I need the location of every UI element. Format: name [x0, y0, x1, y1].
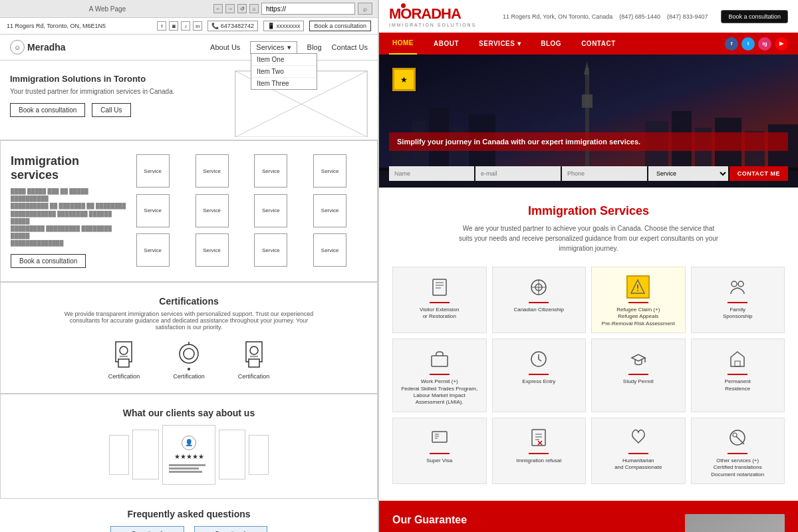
service-card-express[interactable]: Express Entry: [492, 338, 587, 412]
facebook-icon[interactable]: f: [157, 21, 166, 31]
other-icon: [726, 426, 749, 450]
faq-title: Frequently asked questions: [10, 509, 368, 519]
services-desc: ████ █████ ███ ██ █████ ██████████ █████…: [11, 188, 126, 247]
express-label: Express Entry: [522, 378, 555, 385]
tiktok-icon[interactable]: ♪: [181, 21, 190, 31]
faq-grid: Question 1 Question 1: [10, 526, 368, 533]
guarantee-section: Our Guarantee Moradha Services has been …: [379, 501, 798, 532]
search-icon[interactable]: ⌕: [358, 3, 372, 15]
actual-logo: MORADHA IMMIGRATION SOLUTIONS: [389, 5, 476, 27]
work-icon: [428, 347, 451, 370]
hero-contact-form: Service CONTACT ME: [389, 166, 788, 181]
instagram-nav-icon[interactable]: ig: [758, 37, 771, 51]
testimonial-center: 👤 ★★★★★: [162, 425, 215, 485]
instagram-icon[interactable]: ◙: [169, 21, 178, 31]
service-card-visitor[interactable]: Visitor Extensionor Restoration: [392, 267, 487, 333]
services-consult-btn[interactable]: Book a consultation: [11, 254, 86, 268]
book-consultation-btn[interactable]: Book a consultation: [10, 103, 85, 117]
consult-button[interactable]: Book a consultation: [309, 21, 371, 31]
actual-consult-btn[interactable]: Book a consultation: [721, 10, 788, 23]
service-select[interactable]: Service: [648, 166, 728, 181]
services-title: Immigration services: [11, 154, 126, 182]
service-card-citizenship[interactable]: Canadian Citizenship: [492, 267, 587, 333]
nav-about[interactable]: ABOUT: [430, 33, 462, 54]
service-card-super[interactable]: Super Visa: [392, 418, 487, 484]
home-btn[interactable]: ⌂: [249, 4, 259, 13]
review-text-lines: [169, 463, 209, 474]
testimonial-page-right2: [219, 430, 245, 479]
actual-services-section: Immigration Services We are your trusted…: [379, 188, 798, 501]
dropdown-item-1[interactable]: Item One: [251, 54, 317, 66]
facebook-nav-icon[interactable]: f: [725, 37, 738, 51]
testimonial-page-left: [109, 435, 129, 475]
youtube-nav-icon[interactable]: ▶: [775, 37, 788, 51]
refusal-label: Immigration refusal: [516, 458, 561, 464]
other-label: Other services (+)Certified translations…: [711, 458, 764, 478]
testimonial-page-left2: [132, 430, 159, 479]
phone-number: 📞 6473482742: [207, 21, 258, 31]
browser-controls: ← → ↺ ⌂ ⌕: [213, 3, 372, 15]
svg-rect-48: [735, 361, 740, 366]
nav-contact[interactable]: Contact Us: [332, 43, 368, 51]
nav-social-icons: f t ig ▶: [725, 37, 788, 51]
svg-line-61: [736, 436, 744, 444]
nav-blog[interactable]: BLOG: [537, 33, 565, 54]
work-label: Work Permit (+)Federal Skilled Trades Pr…: [401, 378, 477, 406]
service-card-permanent[interactable]: PermanentResidence: [691, 338, 785, 412]
refugee-icon: [626, 275, 650, 299]
svg-rect-4: [118, 359, 129, 367]
citizenship-label: Canadian Citizenship: [513, 307, 564, 313]
svg-point-43: [732, 281, 737, 287]
refusal-icon: [527, 426, 551, 450]
certs-icons: Certification Certification Cert: [11, 340, 367, 380]
logo-subtitle: IMMIGRATION SOLUTIONS: [389, 23, 476, 27]
dropdown-item-2[interactable]: Item Two: [251, 66, 317, 78]
url-bar[interactable]: [261, 3, 355, 15]
whatsapp-number: 📱 xxxxxxxx: [263, 21, 305, 31]
service-card-family[interactable]: FamilySponsorship: [691, 267, 785, 333]
contact-me-btn[interactable]: CONTACT ME: [730, 166, 788, 181]
service-card-refugee[interactable]: Refugee Claim (+)Refugee AppealsPre-Remo…: [591, 267, 686, 333]
email-input[interactable]: [475, 166, 561, 181]
nav-about[interactable]: About Us: [210, 43, 240, 51]
svg-rect-23: [582, 94, 593, 108]
nav-home[interactable]: HOME: [389, 33, 417, 55]
linkedin-icon[interactable]: in: [193, 21, 202, 31]
service-card-study[interactable]: Study Permit: [591, 338, 686, 412]
nav-services[interactable]: SERVICES ▾: [475, 33, 524, 54]
faq-section: Frequently asked questions Question 1 Qu…: [0, 499, 378, 533]
service-bar: [430, 374, 450, 375]
service-card-humanitarian[interactable]: Humanitarianand Compassionate: [591, 418, 686, 484]
actual-services-desc: We are your trusted partner to achieve y…: [456, 223, 722, 253]
nav-blog[interactable]: Blog: [307, 43, 322, 51]
service-card-other[interactable]: Other services (+)Certified translations…: [691, 418, 785, 484]
nav-links: About Us Services ▾ Item One Item Two It…: [210, 41, 368, 54]
services-grid: Service Service Service Service Service …: [136, 154, 367, 268]
nav-contact[interactable]: CONTACT: [578, 33, 619, 54]
service-bar: [529, 302, 549, 303]
service-bar: [430, 302, 450, 303]
logo-name: MORADHA: [389, 5, 476, 23]
service-card-work[interactable]: Work Permit (+)Federal Skilled Trades Pr…: [392, 338, 487, 412]
nav-services-dropdown[interactable]: Services ▾ Item One Item Two Item Three: [250, 41, 297, 54]
reload-btn[interactable]: ↺: [237, 4, 247, 13]
svg-point-10: [188, 368, 190, 370]
faq-item-2[interactable]: Question 1: [194, 526, 267, 533]
services-left: Immigration services ████ █████ ███ ██ █…: [11, 154, 126, 268]
cert-2: Certification: [173, 340, 205, 380]
service-card-refusal[interactable]: Immigration refusal: [492, 418, 587, 484]
faq-item-1[interactable]: Question 1: [110, 526, 184, 533]
forward-btn[interactable]: →: [225, 4, 235, 13]
hero-tagline: Simplify your journey in Canada with our…: [389, 132, 788, 151]
dropdown-item-3[interactable]: Item Three: [251, 78, 317, 89]
back-btn[interactable]: ←: [213, 4, 223, 13]
services-section: Immigration services ████ █████ ███ ██ █…: [0, 140, 378, 282]
phone-input[interactable]: [562, 166, 647, 181]
service-bar: [529, 453, 549, 454]
twitter-nav-icon[interactable]: t: [741, 37, 755, 51]
call-us-btn[interactable]: Call Us: [92, 103, 130, 117]
family-label: FamilySponsorship: [723, 307, 752, 321]
name-input[interactable]: [389, 166, 474, 181]
citizenship-icon: [527, 275, 551, 299]
cert-1: Certification: [108, 340, 140, 380]
